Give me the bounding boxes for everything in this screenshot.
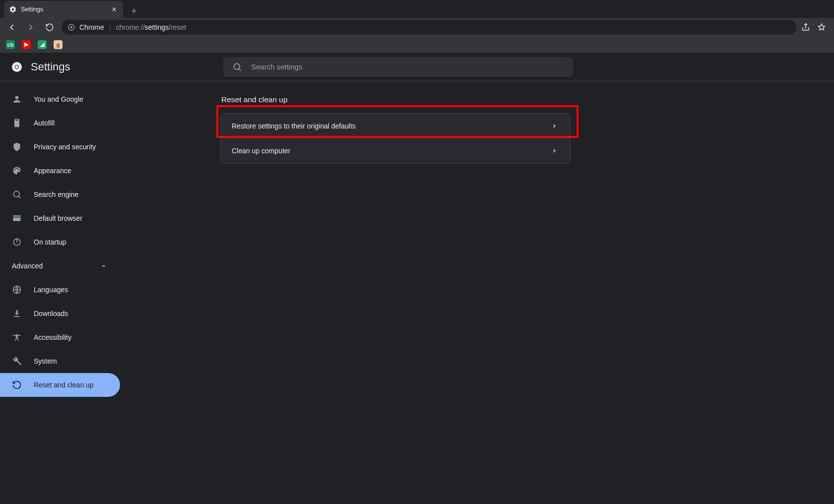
sidebar-item-label: Default browser (34, 214, 82, 222)
sidebar-item-you-and-google[interactable]: You and Google (0, 87, 120, 111)
settings-content: Reset and clean up Restore settings to t… (127, 81, 834, 504)
sidebar-item-downloads[interactable]: Downloads (0, 302, 120, 325)
sidebar-item-languages[interactable]: Languages (0, 278, 120, 302)
sidebar-item-label: Search engine (34, 190, 78, 198)
browser-toolbar: Chrome | chrome://settings/reset (0, 18, 834, 37)
sidebar-item-label: Reset and clean up (34, 381, 94, 389)
bookmark-star-icon[interactable] (817, 23, 826, 32)
sidebar-advanced-toggle[interactable]: Advanced (0, 254, 120, 278)
sidebar-item-label: Languages (34, 286, 68, 294)
sidebar-item-label: Downloads (34, 310, 68, 317)
chrome-logo-icon (11, 61, 23, 73)
search-input[interactable] (251, 63, 564, 71)
reload-button[interactable] (43, 20, 57, 34)
settings-page: Settings You and Google Autofill (0, 53, 834, 504)
gear-icon (9, 5, 17, 13)
row-clean-up-computer[interactable]: Clean up computer (221, 138, 570, 163)
sidebar-item-privacy[interactable]: Privacy and security (0, 135, 120, 159)
forward-button[interactable] (24, 20, 38, 34)
sidebar-item-label: System (34, 357, 57, 365)
row-restore-defaults[interactable]: Restore settings to their original defau… (221, 114, 570, 138)
chevron-right-icon (550, 122, 559, 130)
row-label: Clean up computer (232, 147, 290, 155)
page-title: Settings (31, 61, 70, 73)
bookmark-item[interactable]: ◢ (38, 40, 47, 49)
svg-point-5 (234, 63, 240, 69)
settings-header: Settings (0, 53, 834, 81)
sidebar-item-appearance[interactable]: Appearance (0, 159, 120, 183)
section-title: Reset and clean up (221, 95, 571, 104)
omnibox-separator: | (109, 23, 111, 31)
reset-card: Restore settings to their original defau… (220, 113, 571, 164)
new-tab-button[interactable] (127, 4, 141, 18)
sidebar-item-label: Autofill (34, 119, 55, 127)
sidebar-item-default-browser[interactable]: Default browser (0, 206, 120, 230)
svg-point-6 (13, 191, 19, 197)
search-settings-field[interactable] (223, 57, 573, 77)
browser-tab-settings[interactable]: Settings (4, 1, 123, 18)
tab-strip: Settings (0, 0, 834, 18)
scheme-label: Chrome (79, 23, 104, 31)
bookmark-item[interactable]: ▶ (22, 40, 31, 49)
row-label: Restore settings to their original defau… (232, 122, 356, 130)
bookmark-item[interactable]: g (54, 40, 63, 49)
sidebar-item-on-startup[interactable]: On startup (0, 230, 120, 254)
settings-sidebar: You and Google Autofill Privacy and secu… (0, 81, 127, 504)
url-text: chrome://settings/reset (116, 23, 186, 31)
search-icon (232, 62, 242, 72)
address-bar[interactable]: Chrome | chrome://settings/reset (62, 20, 796, 35)
sidebar-item-label: Appearance (34, 167, 71, 175)
chevron-up-icon (99, 261, 108, 270)
advanced-label: Advanced (12, 262, 43, 270)
sidebar-item-label: On startup (34, 238, 66, 246)
sidebar-item-label: You and Google (34, 95, 83, 103)
sidebar-item-system[interactable]: System (0, 349, 120, 373)
back-button[interactable] (5, 20, 19, 34)
svg-point-1 (70, 26, 72, 28)
chevron-right-icon (550, 146, 559, 155)
bookmark-item[interactable]: cb (6, 40, 15, 49)
svg-point-4 (15, 65, 18, 68)
sidebar-item-accessibility[interactable]: Accessibility (0, 325, 120, 349)
bookmarks-bar: cb ▶ ◢ g (0, 37, 834, 53)
chrome-scheme-badge: Chrome (67, 23, 104, 31)
sidebar-item-reset[interactable]: Reset and clean up (0, 373, 120, 397)
tab-title: Settings (21, 6, 106, 13)
sidebar-item-label: Accessibility (34, 333, 71, 341)
close-tab-icon[interactable] (110, 5, 118, 13)
sidebar-item-search-engine[interactable]: Search engine (0, 183, 120, 206)
share-icon[interactable] (801, 23, 810, 32)
sidebar-item-label: Privacy and security (34, 143, 96, 151)
sidebar-item-autofill[interactable]: Autofill (0, 111, 120, 135)
